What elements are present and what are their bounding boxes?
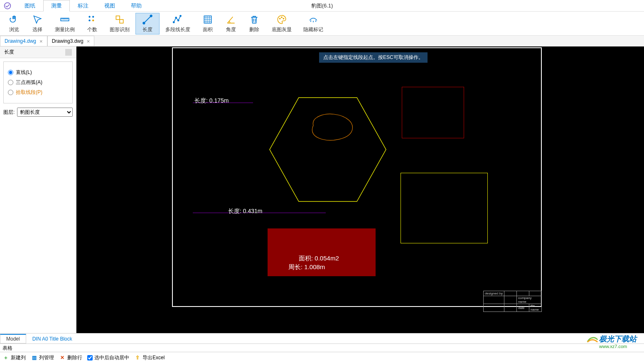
palette-icon xyxy=(276,14,288,25)
layer-row: 图层: 豹图长度 xyxy=(3,108,73,117)
app-title: 豹图(6.1) xyxy=(311,2,333,10)
angle-icon xyxy=(225,14,237,25)
ribbon-count[interactable]: 个数 xyxy=(81,13,104,34)
svg-rect-7 xyxy=(120,20,123,23)
delete-row-button[interactable]: ✕ 删除行 xyxy=(59,354,82,361)
ribbon-label: 隐藏标记 xyxy=(303,26,323,33)
ribbon-hide-marks[interactable]: 隐藏标记 xyxy=(297,13,329,34)
file-tabs-bar: Drawing4.dwg × Drawing3.dwg × xyxy=(0,36,644,47)
menu-tab-measure[interactable]: 测量 xyxy=(43,0,70,12)
tab-model[interactable]: Model xyxy=(0,334,26,343)
rectangle-red xyxy=(402,87,464,138)
export-excel-button[interactable]: ⇪ 导出Excel xyxy=(134,354,165,361)
file-tab-1[interactable]: Drawing3.dwg × xyxy=(47,36,95,46)
close-icon[interactable]: × xyxy=(87,38,90,44)
radio-label: 三点画弧(A) xyxy=(16,79,42,86)
radio-line[interactable]: 直线(L) xyxy=(8,69,68,76)
ribbon-scale[interactable]: 测量比例 xyxy=(49,13,81,34)
export-icon: ⇪ xyxy=(134,355,141,361)
ribbon-length[interactable]: 长度 xyxy=(135,13,160,34)
svg-point-11 xyxy=(175,17,177,18)
radio-arc[interactable]: 三点画弧(A) xyxy=(8,79,68,86)
radio-label: 直线(L) xyxy=(16,69,32,76)
manage-column-button[interactable]: ▥ 列管理 xyxy=(31,354,54,361)
checkbox-auto-center[interactable] xyxy=(87,355,93,361)
ribbon-label: 多段线长度 xyxy=(165,26,190,33)
measure-text-2: 长度: 0.431m xyxy=(228,208,262,215)
layer-label: 图层: xyxy=(3,109,15,116)
plus-icon: ＋ xyxy=(2,354,9,361)
file-tab-label: Drawing4.dwg xyxy=(5,38,36,44)
svg-point-0 xyxy=(5,2,11,9)
ribbon-shape-rec[interactable]: 图形识别 xyxy=(104,13,135,34)
radio-label: 拾取线段(P) xyxy=(16,89,42,96)
bottom-toolbar: ＋ 新建列 ▥ 列管理 ✕ 删除行 选中后自动居中 ⇪ 导出Excel xyxy=(0,352,644,363)
panel-title: 长度 xyxy=(0,47,76,58)
ribbon-polyline[interactable]: 多段线长度 xyxy=(160,13,196,34)
ruler-icon xyxy=(59,14,71,25)
svg-point-13 xyxy=(180,15,181,17)
ribbon-label: 选择 xyxy=(32,26,42,33)
auto-center-checkbox[interactable]: 选中后自动居中 xyxy=(87,354,129,361)
svg-point-9 xyxy=(150,15,152,17)
ribbon-label: 长度 xyxy=(143,26,152,33)
ribbon-label: 浏览 xyxy=(9,26,19,33)
drawing-canvas[interactable]: 点击左键指定线段起点。按ESC可取消操作。 长度: 0.175m 长度: 0.4… xyxy=(76,47,644,333)
title-block: designed by company name datefile name xyxy=(483,291,542,312)
ribbon-label: 底图灰显 xyxy=(272,26,292,33)
file-tab-label: Drawing3.dwg xyxy=(52,38,84,44)
svg-point-2 xyxy=(88,16,90,17)
file-tab-0[interactable]: Drawing4.dwg × xyxy=(0,36,47,46)
measure-text-1: 长度: 0.175m xyxy=(194,97,229,105)
ribbon-select[interactable]: 选择 xyxy=(26,13,49,34)
radio-input-line[interactable] xyxy=(8,70,13,75)
ribbon-label: 面积 xyxy=(203,26,213,33)
ribbon-delete[interactable]: 删除 xyxy=(243,13,266,34)
polyline-icon xyxy=(172,14,184,25)
columns-icon: ▥ xyxy=(31,355,37,361)
hand-icon xyxy=(8,14,20,25)
ribbon-label: 删除 xyxy=(249,26,259,33)
panel-options: 直线(L) 三点画弧(A) 拾取线段(P) xyxy=(3,61,73,103)
ribbon-browse[interactable]: 浏览 xyxy=(2,13,26,34)
svg-point-4 xyxy=(88,20,90,21)
shapes-icon xyxy=(114,14,125,25)
svg-point-15 xyxy=(280,18,280,19)
tb-label: 删除行 xyxy=(67,354,82,361)
ribbon-label: 角度 xyxy=(226,26,236,33)
radio-input-arc[interactable] xyxy=(8,80,13,85)
radio-input-pick[interactable] xyxy=(8,90,13,95)
tab-titleblock[interactable]: DIN A0 Title Block xyxy=(26,334,79,343)
ribbon-label: 测量比例 xyxy=(55,26,75,33)
close-icon[interactable]: × xyxy=(39,38,43,44)
panel-collapse-icon[interactable] xyxy=(65,49,72,56)
svg-rect-6 xyxy=(116,16,120,20)
tb-label: 列管理 xyxy=(39,354,54,361)
ribbon-gray[interactable]: 底图灰显 xyxy=(266,13,297,34)
blob-shape xyxy=(307,111,357,144)
menu-tab-view[interactable]: 视图 xyxy=(96,0,123,12)
cursor-icon xyxy=(32,14,43,25)
radio-pick[interactable]: 拾取线段(P) xyxy=(8,89,68,96)
watermark-url: www.xz7.com xyxy=(599,344,637,349)
main-area: 长度 直线(L) 三点画弧(A) 拾取线段(P) 图层: 豹图长度 xyxy=(0,47,644,333)
ribbon-area[interactable]: 面积 xyxy=(196,13,219,34)
trash-icon xyxy=(248,14,260,25)
table-header: 表格 xyxy=(0,344,644,352)
watermark-title: 极光下载站 xyxy=(599,334,637,344)
svg-point-10 xyxy=(173,22,175,23)
svg-point-3 xyxy=(92,16,94,17)
new-column-button[interactable]: ＋ 新建列 xyxy=(2,354,26,361)
menu-tab-annotate[interactable]: 标注 xyxy=(70,0,96,12)
svg-point-17 xyxy=(283,18,284,19)
swoosh-icon xyxy=(587,336,598,344)
menu-tab-drawing[interactable]: 图纸 xyxy=(17,0,43,12)
layer-select[interactable]: 豹图长度 xyxy=(17,108,73,117)
ribbon: 浏览 选择 测量比例 个数 图形识别 长度 多段线长度 面积 角度 删除 底图灰… xyxy=(0,12,644,36)
tb-label: 选中后自动居中 xyxy=(94,354,129,361)
title-bar: 图纸 测量 标注 视图 帮助 豹图(6.1) xyxy=(0,0,644,12)
app-icon xyxy=(2,1,12,11)
tb-label: 导出Excel xyxy=(143,354,165,361)
menu-tab-help[interactable]: 帮助 xyxy=(123,0,150,12)
ribbon-angle[interactable]: 角度 xyxy=(219,13,243,34)
